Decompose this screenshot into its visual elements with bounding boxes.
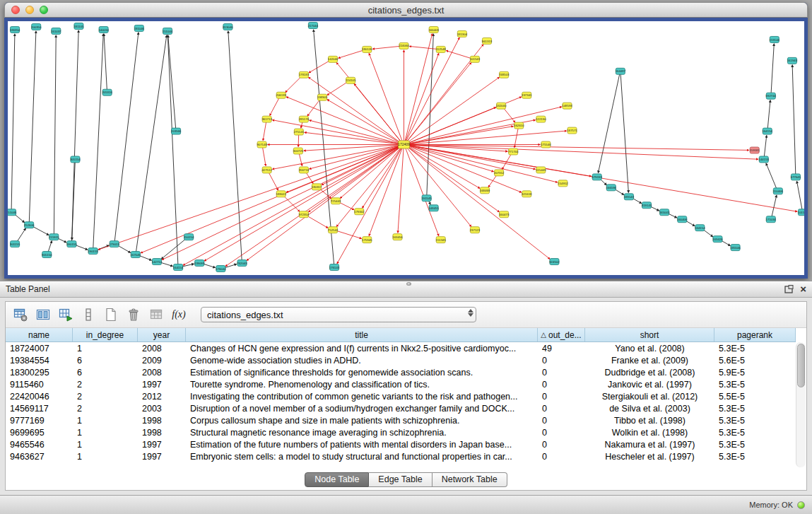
table-row[interactable]: 946362711997Embryonic stem cells: a mode… (6, 450, 796, 462)
table-cell[interactable]: Estimation of the future numbers of pati… (186, 440, 538, 450)
table-row[interactable]: 977716911998Corpus callosum shape and si… (6, 414, 796, 426)
table-cell[interactable]: 14569117 (6, 404, 73, 414)
table-cell[interactable]: Corpus callosum shape and size in male p… (186, 416, 538, 426)
table-cell[interactable]: 2012 (138, 392, 186, 402)
table-cell[interactable]: 49 (538, 344, 585, 354)
table-cell[interactable]: 18300295 (6, 368, 73, 378)
table-cell[interactable]: 1997 (138, 380, 186, 390)
table-cell[interactable]: Tibbo et al. (1998) (585, 416, 714, 426)
table-cell[interactable]: 0 (538, 428, 585, 438)
scrollbar-thumb[interactable] (797, 344, 805, 387)
column-header-short[interactable]: short (585, 328, 714, 341)
table-cell[interactable]: Dudbridge et al. (2008) (585, 368, 714, 378)
table-cell[interactable]: 1997 (138, 440, 186, 450)
table-cell[interactable]: de Silva et al. (2003) (585, 404, 714, 414)
table-cell[interactable]: 0 (538, 368, 585, 378)
float-panel-icon[interactable] (783, 284, 794, 294)
new-file-button[interactable] (102, 305, 120, 324)
tab-edge-table[interactable]: Edge Table (369, 472, 432, 487)
table-cell[interactable]: 0 (538, 416, 585, 426)
table-row[interactable]: 1872400712008Changes of HCN gene express… (6, 342, 796, 354)
table-cell[interactable]: 1 (73, 440, 138, 450)
zoom-window-button[interactable] (40, 6, 48, 14)
delete-table-button[interactable] (147, 305, 165, 324)
table-cell[interactable]: Estimation of significance thresholds fo… (186, 368, 538, 378)
table-cell[interactable]: 5.9E-5 (714, 368, 796, 378)
table-cell[interactable]: 1 (73, 416, 138, 426)
table-cell[interactable]: Yano et al. (2008) (585, 344, 714, 354)
table-cell[interactable]: Tourette syndrome. Phenomenology and cla… (186, 380, 538, 390)
table-cell[interactable]: 5.6E-5 (714, 356, 796, 366)
table-cell[interactable]: 1 (73, 428, 138, 438)
column-button[interactable] (79, 305, 98, 324)
table-cell[interactable]: 1997 (138, 452, 186, 462)
column-header-year[interactable]: year (138, 328, 186, 341)
network-canvas[interactable]: 1724091755461221901973417485031015431125… (8, 21, 804, 275)
column-header-title[interactable]: title (186, 328, 538, 341)
table-cell[interactable]: 2 (73, 392, 138, 402)
table-row[interactable]: 1830029562008Estimation of significance … (6, 366, 796, 378)
table-cell[interactable]: 5.3E-5 (714, 344, 796, 354)
table-select-dropdown[interactable]: citations_edges.txt (201, 307, 476, 322)
window-titlebar[interactable]: citations_edges.txt (4, 2, 808, 18)
panel-resize-handle[interactable] (406, 282, 411, 286)
close-panel-icon[interactable]: × (800, 284, 806, 294)
table-cell[interactable]: 5.3E-5 (714, 452, 796, 462)
table-cell[interactable]: Hescheler et al. (1997) (585, 452, 714, 462)
table-cell[interactable]: 9463627 (6, 452, 73, 462)
table-cell[interactable]: 0 (538, 452, 585, 462)
table-cell[interactable]: 9777169 (6, 416, 73, 426)
table-row[interactable]: 1938455462009Genome-wide association stu… (6, 354, 796, 366)
table-cell[interactable]: 6 (73, 368, 138, 378)
table-cell[interactable]: Wolkin et al. (1998) (585, 428, 714, 438)
table-cell[interactable]: 1 (73, 344, 138, 354)
table-row[interactable]: 946554611997Estimation of the future num… (6, 438, 796, 450)
table-cell[interactable]: 1998 (138, 428, 186, 438)
column-header-name[interactable]: name (6, 328, 73, 341)
table-cell[interactable]: Nakamura et al. (1997) (585, 440, 714, 450)
table-cell[interactable]: 0 (538, 356, 585, 366)
table-cell[interactable]: Changes of HCN gene expression and I(f) … (186, 344, 538, 354)
add-column-button[interactable] (57, 305, 75, 324)
table-cell[interactable]: 2003 (138, 404, 186, 414)
table-settings-button[interactable] (11, 305, 30, 324)
show-columns-button[interactable] (34, 305, 52, 324)
table-cell[interactable]: 1998 (138, 416, 186, 426)
table-cell[interactable]: 0 (538, 380, 585, 390)
table-cell[interactable]: 2 (73, 404, 138, 414)
table-cell[interactable]: 9465546 (6, 440, 73, 450)
table-cell[interactable]: 9115460 (6, 380, 73, 390)
table-cell[interactable]: Structural magnetic resonance image aver… (186, 428, 538, 438)
tab-node-table[interactable]: Node Table (305, 472, 369, 487)
tab-network-table[interactable]: Network Table (433, 472, 507, 487)
table-cell[interactable]: Franke et al. (2009) (585, 356, 714, 366)
column-header-pagerank[interactable]: pagerank (714, 328, 796, 341)
table-cell[interactable]: 2008 (138, 344, 186, 354)
table-cell[interactable]: 0 (538, 392, 585, 402)
table-cell[interactable]: Genome-wide association studies in ADHD. (186, 356, 538, 366)
table-cell[interactable]: 5.5E-5 (714, 392, 796, 402)
table-row[interactable]: 2242004622012Investigating the contribut… (6, 390, 796, 402)
table-cell[interactable]: Investigating the contribution of common… (186, 392, 538, 402)
table-cell[interactable]: 0 (538, 404, 585, 414)
table-cell[interactable]: Embryonic stem cells: a model to study s… (186, 452, 538, 462)
table-cell[interactable]: Stergiakouli et al. (2012) (585, 392, 714, 402)
table-cell[interactable]: 5.3E-5 (714, 440, 796, 450)
table-row[interactable]: 1456911722003Disruption of a novel membe… (6, 402, 796, 414)
column-header-in-degree[interactable]: in_degree (73, 328, 138, 341)
close-window-button[interactable] (11, 6, 20, 14)
table-cell[interactable]: 6 (73, 356, 138, 366)
table-cell[interactable]: 5.3E-5 (714, 380, 796, 390)
table-cell[interactable]: Jankovic et al. (1997) (585, 380, 714, 390)
table-cell[interactable]: 19384554 (6, 356, 73, 366)
table-cell[interactable]: 0 (538, 440, 585, 450)
function-builder-button[interactable]: f(x) (170, 305, 188, 324)
table-cell[interactable]: 1 (73, 452, 138, 462)
table-cell[interactable]: 5.3E-5 (714, 416, 796, 426)
table-cell[interactable]: 2009 (138, 356, 186, 366)
table-cell[interactable]: 22420046 (6, 392, 73, 402)
table-row[interactable]: 969969511998Structural magnetic resonanc… (6, 426, 796, 438)
table-cell[interactable]: Disruption of a novel member of a sodium… (186, 404, 538, 414)
minimize-window-button[interactable] (25, 6, 34, 14)
vertical-scrollbar[interactable] (796, 342, 806, 467)
